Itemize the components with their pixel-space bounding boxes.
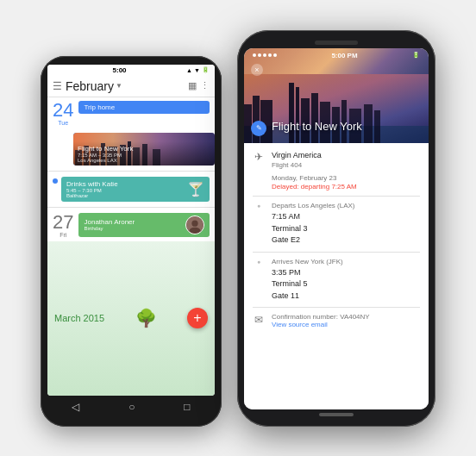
ios-flight-title: Flight to New York (272, 120, 362, 133)
drinks-info: Drinks with Katie 5:45 – 7:30 PM Balthaz… (66, 180, 118, 198)
back-nav-icon[interactable]: ◁ (72, 401, 79, 413)
drinks-title: Drinks with Katie (66, 180, 118, 188)
march-title: March 2015 (54, 313, 104, 323)
tree-icon: 🌳 (135, 308, 157, 328)
ios-phone: 5:00 PM 🔋 (237, 30, 435, 427)
android-header: ☰ February ▼ ▦ ⋮ (47, 76, 215, 97)
plane-icon: ✈ (253, 151, 265, 163)
svg-rect-22 (311, 93, 318, 143)
apps-nav-icon[interactable]: □ (184, 401, 190, 413)
arrives-icon: ● (253, 259, 265, 265)
battery-icon: 🔋 (202, 66, 210, 73)
date-24-day: Tue (53, 120, 73, 126)
ios-signal-dots (253, 53, 277, 57)
arrives-terminal: Terminal 5 (272, 278, 420, 290)
ios-edit-button[interactable]: ✎ (251, 121, 266, 136)
avatar-image (186, 216, 204, 234)
add-event-fab[interactable]: + (187, 308, 208, 328)
more-options-icon[interactable]: ⋮ (200, 80, 210, 91)
dot-5 (273, 53, 277, 57)
date-27-day: Fri (53, 232, 73, 238)
trip-home-event[interactable]: Trip home (78, 101, 210, 114)
airline-name: Virgin America (272, 150, 420, 161)
android-phone: 5:00 ▲ ▼ 🔋 ☰ February ▼ ▦ ⋮ (41, 56, 222, 427)
svg-point-12 (191, 220, 197, 226)
ios-divider-2 (253, 252, 420, 253)
ios-close-button[interactable]: × (251, 64, 263, 76)
dot-3 (263, 53, 266, 57)
flight-number: Flight 404 (272, 160, 420, 170)
drinks-location: Balthazar (66, 193, 118, 198)
divider-1 (47, 171, 215, 172)
ios-battery-icon: 🔋 (412, 52, 420, 59)
dot-2 (258, 53, 261, 57)
view-source-link[interactable]: View source email (272, 321, 420, 328)
svg-rect-16 (244, 104, 252, 143)
confirmation-info: Confirmation number: VA404NY View source… (272, 313, 420, 328)
ios-speaker (315, 41, 358, 45)
dot-4 (268, 53, 272, 57)
flight-info-row: ✈ Virgin America Flight 404 Monday, Febr… (253, 150, 420, 191)
ios-status-bar: 5:00 PM 🔋 (244, 48, 429, 59)
ios-camera-bar (244, 41, 429, 45)
ios-time: 5:00 PM (331, 52, 357, 59)
departs-info: Departs Los Angeles (LAX) 7:15 AM Termin… (272, 202, 420, 247)
march-section: March 2015 🌳 + (47, 241, 215, 396)
menu-icon[interactable]: ☰ (53, 81, 62, 91)
flight-location: Los Angeles LAX (78, 158, 210, 163)
jonathan-info: Jonathan Aroner Birthday (84, 218, 135, 231)
month-label: February (66, 79, 114, 93)
flight-details: Virgin America Flight 404 Monday, Februa… (272, 150, 420, 191)
ios-screen: 5:00 PM 🔋 (244, 48, 429, 409)
date-24-number: 24 (53, 101, 73, 120)
delay-info: Delayed: departing 7:25 AM (272, 183, 420, 191)
day-24-section: 24 Tue Trip home (47, 97, 215, 129)
month-title[interactable]: February ▼ (66, 79, 185, 93)
confirmation-row: ✉ Confirmation number: VA404NY View sour… (253, 313, 420, 328)
ios-hero: 5:00 PM 🔋 (244, 48, 429, 143)
jonathan-name: Jonathan Aroner (84, 218, 135, 226)
flight-card[interactable]: Flight to New York 7:15 AM – 3:35 PM Los… (73, 133, 215, 166)
arrives-label: Arrives New York (JFK) (272, 258, 420, 265)
divider-2 (47, 207, 215, 208)
home-nav-icon[interactable]: ○ (128, 401, 135, 413)
android-status-icons: ▲ ▼ 🔋 (186, 66, 210, 73)
ios-divider-1 (253, 196, 420, 197)
flight-card-image: Flight to New York 7:15 AM – 3:35 PM Los… (73, 133, 215, 166)
dropdown-arrow-icon: ▼ (116, 82, 122, 90)
android-nav-bar: ◁ ○ □ (47, 396, 215, 418)
day-27-section: 27 Fri Jonathan Aroner Birthday (47, 209, 215, 241)
flight-title: Flight to New York (78, 145, 210, 153)
svg-rect-19 (289, 83, 294, 143)
ios-home-indicator (319, 413, 354, 416)
drinks-section: Drinks with Katie 5:45 – 7:30 PM Balthaz… (47, 173, 215, 205)
avatar (185, 216, 204, 234)
flight-overlay: Flight to New York 7:15 AM – 3:35 PM Los… (73, 141, 215, 166)
departs-icon: ● (253, 203, 265, 209)
confirmation-number: Confirmation number: VA404NY (272, 313, 420, 321)
dot-1 (253, 53, 256, 57)
jonathan-card[interactable]: Jonathan Aroner Birthday (78, 213, 210, 237)
dot-indicator (53, 178, 58, 184)
svg-point-13 (190, 227, 201, 233)
date-27-number: 27 (53, 213, 73, 232)
android-time: 5:00 (113, 66, 127, 74)
date-24-badge: 24 Tue (53, 101, 73, 126)
jonathan-event-type: Birthday (84, 226, 135, 231)
departs-row: ● Departs Los Angeles (LAX) 7:15 AM Term… (253, 202, 420, 247)
arrives-gate: Gate 11 (272, 290, 420, 303)
calendar-view-icon[interactable]: ▦ (188, 80, 197, 91)
android-screen: 5:00 ▲ ▼ 🔋 ☰ February ▼ ▦ ⋮ (47, 65, 215, 396)
email-icon: ✉ (253, 314, 265, 326)
ios-divider-3 (253, 307, 420, 308)
drinks-card[interactable]: Drinks with Katie 5:45 – 7:30 PM Balthaz… (61, 177, 210, 202)
header-icons: ▦ ⋮ (188, 80, 210, 91)
flight-date: Monday, February 23 (272, 173, 420, 183)
wifi-icon: ▼ (194, 67, 200, 73)
ios-content: ✈ Virgin America Flight 404 Monday, Febr… (244, 143, 429, 409)
date-27-badge: 27 Fri (53, 213, 73, 238)
departs-terminal: Terminal 3 (272, 223, 420, 235)
svg-rect-20 (296, 87, 299, 143)
signal-icon: ▲ (186, 67, 192, 73)
departs-gate: Gate E2 (272, 234, 420, 247)
